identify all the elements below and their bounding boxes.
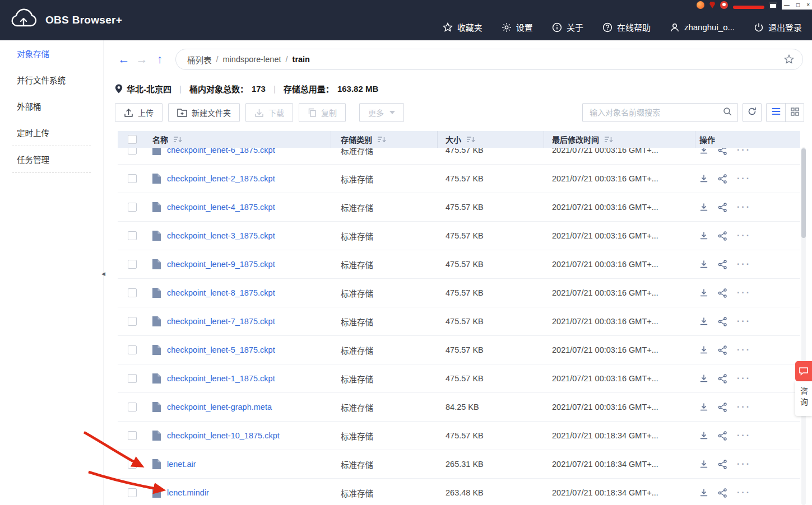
column-header-name[interactable]: 名称 [152, 134, 168, 145]
download-icon[interactable] [699, 203, 708, 212]
share-icon[interactable] [718, 148, 727, 155]
row-checkbox[interactable] [128, 317, 137, 326]
more-actions-icon[interactable]: ··· [737, 288, 751, 297]
chat-consult-button[interactable]: 咨询 [795, 381, 812, 416]
upload-button[interactable]: 上传 [115, 103, 163, 122]
minimize-button[interactable]: — [784, 0, 790, 10]
maximize-button[interactable]: □ [796, 0, 800, 10]
table-scrollbar[interactable] [801, 147, 806, 505]
share-icon[interactable] [718, 460, 727, 469]
sidebar-item-external-bucket[interactable]: 外部桶 [0, 93, 103, 119]
more-actions-icon[interactable]: ··· [737, 174, 751, 183]
share-icon[interactable] [718, 403, 727, 412]
share-icon[interactable] [718, 488, 727, 498]
row-checkbox[interactable] [128, 460, 137, 469]
object-name-link[interactable]: lenet.air [167, 460, 196, 469]
object-name-link[interactable]: checkpoint_lenet-6_1875.ckpt [167, 148, 275, 155]
object-name-link[interactable]: checkpoint_lenet-4_1875.ckpt [167, 203, 275, 212]
nav-account[interactable]: zhanghui_o... [670, 22, 735, 32]
share-icon[interactable] [718, 231, 727, 241]
more-actions-icon[interactable]: ··· [737, 260, 751, 269]
more-actions-icon[interactable]: ··· [737, 317, 751, 326]
more-actions-icon[interactable]: ··· [737, 231, 751, 240]
chat-bubble-icon[interactable] [795, 361, 812, 381]
share-icon[interactable] [718, 345, 727, 355]
more-actions-icon[interactable]: ··· [737, 345, 751, 354]
sidebar-item-task-management[interactable]: 任务管理 [0, 146, 103, 172]
row-checkbox[interactable] [128, 148, 137, 155]
object-name-link[interactable]: checkpoint_lenet-5_1875.ckpt [167, 345, 275, 354]
object-name-link[interactable]: checkpoint_lenet-3_1875.ckpt [167, 231, 275, 240]
search-icon[interactable] [723, 107, 732, 118]
object-name-link[interactable]: checkpoint_lenet-2_1875.ckpt [167, 174, 275, 183]
pin-extension-icon[interactable] [709, 1, 715, 8]
download-icon[interactable] [699, 488, 708, 497]
download-icon[interactable] [699, 288, 708, 297]
sidebar-item-object-storage[interactable]: 对象存储 [0, 40, 103, 67]
favorite-star-icon[interactable] [783, 54, 795, 65]
sidebar-item-scheduled-upload[interactable]: 定时上传 [0, 119, 103, 146]
sidebar-item-parallel-fs[interactable]: 并行文件系统 [0, 67, 103, 93]
download-icon[interactable] [699, 345, 708, 354]
download-icon[interactable] [699, 231, 708, 240]
download-icon[interactable] [699, 403, 708, 412]
sort-icon[interactable] [604, 135, 613, 144]
nav-settings[interactable]: 设置 [502, 21, 533, 33]
search-input[interactable] [590, 108, 723, 117]
object-name-link[interactable]: checkpoint_lenet-graph.meta [167, 403, 272, 412]
share-icon[interactable] [718, 431, 727, 441]
more-actions-icon[interactable]: ··· [737, 403, 751, 412]
row-checkbox[interactable] [128, 488, 137, 497]
nav-favorites[interactable]: 收藏夹 [443, 21, 482, 33]
download-button[interactable]: 下载 [245, 103, 293, 122]
sort-icon[interactable] [377, 135, 386, 144]
more-actions-icon[interactable]: ··· [737, 148, 751, 155]
refresh-button[interactable] [743, 103, 762, 122]
object-name-link[interactable]: lenet.mindir [167, 488, 209, 497]
share-icon[interactable] [718, 317, 727, 326]
object-name-link[interactable]: checkpoint_lenet-1_1875.ckpt [167, 374, 275, 383]
row-checkbox[interactable] [128, 203, 137, 212]
back-arrow-icon[interactable]: ← [115, 48, 133, 71]
grid-view-toggle[interactable] [785, 104, 804, 121]
nav-help[interactable]: 在线帮助 [602, 21, 651, 33]
object-name-link[interactable]: checkpoint_lenet-10_1875.ckpt [167, 431, 280, 440]
sort-icon[interactable] [173, 135, 182, 144]
copy-button[interactable]: 复制 [299, 103, 346, 122]
close-button[interactable]: × [806, 0, 810, 10]
sort-icon[interactable] [466, 135, 475, 144]
row-checkbox[interactable] [128, 374, 137, 383]
share-icon[interactable] [718, 174, 727, 184]
more-actions-icon[interactable]: ··· [737, 431, 751, 440]
column-header-storage-class[interactable]: 存储类别 [341, 134, 372, 145]
more-actions-icon[interactable]: ··· [737, 374, 751, 383]
share-icon[interactable] [718, 288, 727, 298]
row-checkbox[interactable] [128, 231, 137, 240]
column-header-modified[interactable]: 最后修改时间 [552, 134, 599, 145]
more-actions-icon[interactable]: ··· [737, 460, 751, 469]
more-button[interactable]: 更多 [359, 103, 404, 122]
download-icon[interactable] [699, 174, 708, 183]
browser-extension-icon[interactable] [697, 1, 704, 9]
download-icon[interactable] [699, 260, 708, 269]
sidebar-collapse-handle[interactable]: ◀ [101, 268, 109, 280]
row-checkbox[interactable] [128, 431, 137, 440]
forward-arrow-icon[interactable]: → [133, 48, 151, 71]
download-icon[interactable] [699, 374, 708, 383]
crumb-bucket-list[interactable]: 桶列表 [187, 54, 212, 66]
new-folder-button[interactable]: 新建文件夹 [168, 103, 240, 122]
row-checkbox[interactable] [128, 174, 137, 183]
calendar-extension-icon[interactable] [769, 2, 777, 8]
nav-logout[interactable]: 退出登录 [754, 21, 802, 33]
select-all-checkbox[interactable] [128, 135, 137, 144]
share-icon[interactable] [718, 260, 727, 269]
download-icon[interactable] [699, 148, 708, 155]
list-view-toggle[interactable] [767, 104, 785, 121]
share-icon[interactable] [718, 203, 727, 212]
row-checkbox[interactable] [128, 345, 137, 354]
row-checkbox[interactable] [128, 403, 137, 412]
object-name-link[interactable]: checkpoint_lenet-9_1875.ckpt [167, 260, 275, 269]
row-checkbox[interactable] [128, 260, 137, 269]
share-icon[interactable] [718, 374, 727, 384]
row-checkbox[interactable] [128, 288, 137, 297]
